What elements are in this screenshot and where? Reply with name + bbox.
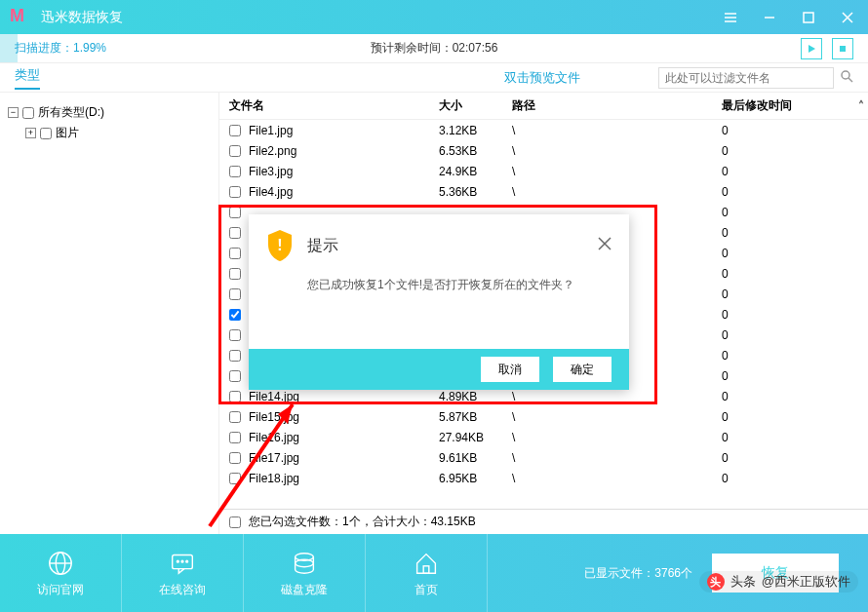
ok-button[interactable]: 确定 <box>553 357 612 382</box>
cell-time: 0 <box>722 226 868 240</box>
table-row[interactable]: File3.jpg24.9KB\0 <box>219 161 868 181</box>
stop-button[interactable] <box>832 38 853 59</box>
cell-time: 0 <box>722 410 868 424</box>
cell-size: 4.89KB <box>439 390 512 403</box>
cell-path: \ <box>512 185 722 199</box>
svg-rect-8 <box>840 46 846 52</box>
window-controls <box>720 7 858 28</box>
cell-name: File1.jpg <box>249 124 439 137</box>
row-checkbox[interactable] <box>229 186 241 198</box>
globe-icon <box>46 549 75 578</box>
shown-count: 已显示文件：3766个 <box>584 565 692 582</box>
row-checkbox[interactable] <box>229 207 241 218</box>
table-row[interactable]: File17.jpg9.61KB\0 <box>219 447 868 468</box>
titlebar: 迅米数据恢复 <box>0 0 868 34</box>
maximize-icon[interactable] <box>798 7 819 28</box>
tree-root-checkbox[interactable] <box>22 107 34 119</box>
row-checkbox[interactable] <box>229 227 241 239</box>
summary-checkbox[interactable] <box>229 516 241 528</box>
cell-size: 24.9KB <box>439 165 512 178</box>
col-size[interactable]: 大小 <box>439 97 512 114</box>
tab-type[interactable]: 类型 <box>15 66 40 90</box>
row-checkbox[interactable] <box>229 166 241 177</box>
table-row[interactable]: File16.jpg27.94KB\0 <box>219 427 868 447</box>
cell-time: 0 <box>722 124 868 137</box>
cell-size: 5.36KB <box>439 185 512 199</box>
row-checkbox[interactable] <box>229 268 241 280</box>
row-checkbox[interactable] <box>229 309 241 321</box>
tree-child-label: 图片 <box>56 125 79 141</box>
search-icon[interactable] <box>840 69 853 87</box>
minimize-icon[interactable] <box>759 7 780 28</box>
cell-name: File15.jpg <box>249 410 439 424</box>
tree-child-checkbox[interactable] <box>40 128 52 139</box>
search-input[interactable] <box>658 67 834 89</box>
watermark-icon: 头 <box>707 573 725 591</box>
cell-path: \ <box>512 410 722 424</box>
cell-name: File16.jpg <box>249 431 439 444</box>
footer-clone[interactable]: 磁盘克隆 <box>244 534 366 612</box>
row-checkbox[interactable] <box>229 329 241 341</box>
dialog-close-icon[interactable] <box>596 235 613 256</box>
svg-line-10 <box>848 78 852 82</box>
svg-point-17 <box>186 560 188 562</box>
preview-hint: 双击预览文件 <box>504 69 580 87</box>
close-icon[interactable] <box>837 7 858 28</box>
footer-home[interactable]: 首页 <box>366 534 488 612</box>
col-path[interactable]: 路径 <box>512 97 722 114</box>
table-row[interactable]: File4.jpg5.36KB\0 <box>219 181 868 202</box>
row-checkbox[interactable] <box>229 145 241 157</box>
tree-collapse-icon[interactable]: − <box>8 107 19 118</box>
cancel-button[interactable]: 取消 <box>481 357 539 382</box>
menu-icon[interactable] <box>720 7 741 28</box>
row-checkbox[interactable] <box>229 248 241 259</box>
row-checkbox[interactable] <box>229 125 241 136</box>
tree-child[interactable]: + 图片 <box>8 123 211 143</box>
app-logo <box>10 6 33 29</box>
row-checkbox[interactable] <box>229 432 241 443</box>
countdown-label: 预计剩余时间：02:07:56 <box>371 40 498 57</box>
cell-time: 0 <box>722 451 868 465</box>
home-icon <box>412 549 441 578</box>
row-checkbox[interactable] <box>229 288 241 300</box>
svg-text:!: ! <box>277 237 282 253</box>
cell-size: 6.53KB <box>439 144 512 158</box>
svg-rect-20 <box>423 565 429 573</box>
dialog-message: 您已成功恢复1个文件!是否打开恢复所在的文件夹？ <box>249 271 629 349</box>
tree-root[interactable]: − 所有类型(D:) <box>8 102 211 123</box>
summary-text: 您已勾选文件数：1个，合计大小：43.15KB <box>249 514 476 530</box>
svg-point-15 <box>177 560 178 562</box>
cell-time: 0 <box>722 287 868 301</box>
cell-name: File2.png <box>249 144 439 158</box>
cell-size: 5.87KB <box>439 410 512 424</box>
cell-path: \ <box>512 144 722 158</box>
footer-website[interactable]: 访问官网 <box>0 534 122 612</box>
table-row[interactable]: File18.jpg6.95KB\0 <box>219 468 868 488</box>
table-row[interactable]: File1.jpg3.12KB\0 <box>219 120 868 140</box>
toolbar: 类型 双击预览文件 <box>0 63 868 93</box>
col-time[interactable]: 最后修改时间 <box>722 97 854 114</box>
tree-expand-icon[interactable]: + <box>25 128 36 138</box>
cell-name: File18.jpg <box>249 472 439 485</box>
tree-root-label: 所有类型(D:) <box>38 104 104 121</box>
row-checkbox[interactable] <box>229 411 241 423</box>
cell-size: 3.12KB <box>439 124 512 137</box>
row-checkbox[interactable] <box>229 452 241 464</box>
cell-size: 9.61KB <box>439 451 512 465</box>
row-checkbox[interactable] <box>229 391 241 402</box>
table-row[interactable]: File15.jpg5.87KB\0 <box>219 406 868 427</box>
cell-time: 0 <box>722 267 868 281</box>
col-name[interactable]: 文件名 <box>229 97 439 114</box>
row-checkbox[interactable] <box>229 370 241 382</box>
cell-name: File4.jpg <box>249 185 439 199</box>
cell-time: 0 <box>722 472 868 485</box>
svg-point-9 <box>842 71 849 79</box>
footer-chat[interactable]: 在线咨询 <box>122 534 244 612</box>
row-checkbox[interactable] <box>229 473 241 484</box>
scan-progress-label: 扫描进度：1.99% <box>15 40 106 57</box>
cell-time: 0 <box>722 247 868 260</box>
play-button[interactable] <box>801 38 822 59</box>
table-row[interactable]: File2.png6.53KB\0 <box>219 140 868 161</box>
scroll-up-icon[interactable]: ˄ <box>854 99 868 113</box>
row-checkbox[interactable] <box>229 350 241 362</box>
